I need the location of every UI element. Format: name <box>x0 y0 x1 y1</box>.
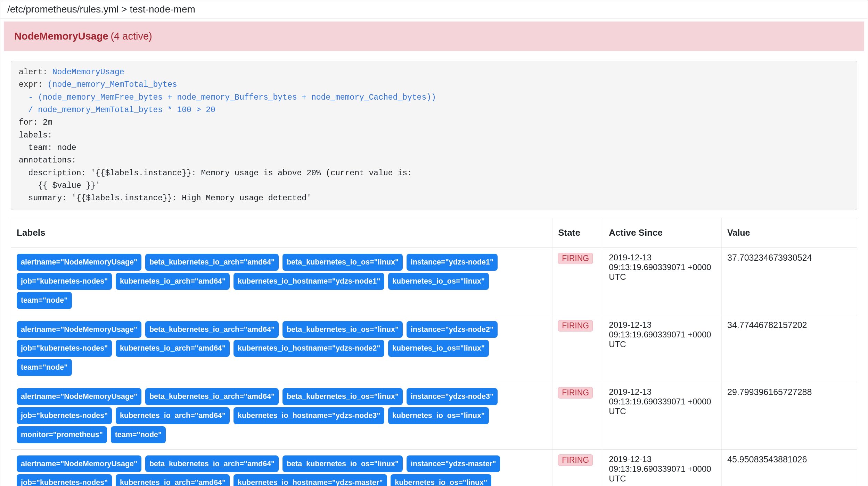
rule-for: for: 2m <box>19 118 52 127</box>
table-row: alertname="NodeMemoryUsage" beta_kuberne… <box>11 382 857 450</box>
label-pill[interactable]: monitor="prometheus" <box>17 426 107 443</box>
label-pill[interactable]: beta_kubernetes_io_arch="amd64" <box>145 254 279 271</box>
label-pill[interactable]: instance="ydzs-node1" <box>407 254 498 271</box>
label-pill[interactable]: kubernetes_io_arch="amd64" <box>116 474 230 486</box>
label-pill[interactable]: beta_kubernetes_io_os="linux" <box>282 254 403 271</box>
label-pill[interactable]: instance="ydzs-master" <box>407 455 500 472</box>
label-pill[interactable]: job="kubernetes-nodes" <box>17 407 112 424</box>
table-row: alertname="NodeMemoryUsage" beta_kuberne… <box>11 449 857 486</box>
label-pill[interactable]: kubernetes_io_os="linux" <box>388 273 489 290</box>
label-pill[interactable]: instance="ydzs-node2" <box>407 321 498 338</box>
label-pill[interactable]: beta_kubernetes_io_os="linux" <box>282 321 403 338</box>
label-pill[interactable]: kubernetes_io_hostname="ydzs-node2" <box>234 340 385 357</box>
labels-cell: alertname="NodeMemoryUsage" beta_kuberne… <box>11 449 552 486</box>
col-state: State <box>552 218 603 248</box>
label-pill[interactable]: kubernetes_io_arch="amd64" <box>116 407 230 424</box>
firing-badge: FIRING <box>558 253 593 264</box>
active-since-cell: 2019-12-13 09:13:19.690339071 +0000 UTC <box>603 382 722 450</box>
col-value: Value <box>722 218 857 248</box>
value-cell: 34.77446782157202 <box>722 315 857 382</box>
value-cell: 29.799396165727288 <box>722 382 857 450</box>
label-pill[interactable]: alertname="NodeMemoryUsage" <box>17 388 141 405</box>
rule-annotations-key: annotations: <box>19 156 76 165</box>
label-pill[interactable]: team="node" <box>17 292 72 309</box>
alerts-panel: /etc/prometheus/rules.yml > test-node-me… <box>0 0 868 486</box>
firing-badge: FIRING <box>558 454 593 466</box>
label-pill[interactable]: job="kubernetes-nodes" <box>17 474 112 486</box>
state-cell: FIRING <box>552 449 603 486</box>
label-pill[interactable]: beta_kubernetes_io_arch="amd64" <box>145 388 279 405</box>
col-since: Active Since <box>603 218 722 248</box>
state-cell: FIRING <box>552 382 603 450</box>
value-cell: 45.95083543881026 <box>722 449 857 486</box>
alert-header[interactable]: NodeMemoryUsage (4 active) <box>4 22 864 51</box>
rule-alert-key: alert: <box>19 68 52 77</box>
active-since-cell: 2019-12-13 09:13:19.690339071 +0000 UTC <box>603 315 722 382</box>
label-pill[interactable]: kubernetes_io_os="linux" <box>391 474 491 486</box>
label-pill[interactable]: alertname="NodeMemoryUsage" <box>17 321 141 338</box>
rule-expr-l2[interactable]: - (node_memory_MemFree_bytes + node_memo… <box>19 93 436 102</box>
alerts-table: Labels State Active Since Value alertnam… <box>11 218 857 486</box>
label-pill[interactable]: team="node" <box>111 426 166 443</box>
labels-cell: alertname="NodeMemoryUsage" beta_kuberne… <box>11 315 552 382</box>
alerts-table-wrap: Labels State Active Since Value alertnam… <box>11 218 857 486</box>
rule-ann-summary: summary: '{{$labels.instance}}: High Mem… <box>19 194 311 203</box>
label-pill[interactable]: job="kubernetes-nodes" <box>17 273 112 290</box>
label-pill[interactable]: beta_kubernetes_io_arch="amd64" <box>145 455 279 472</box>
label-pill[interactable]: instance="ydzs-node3" <box>407 388 498 405</box>
rule-definition: alert: NodeMemoryUsage expr: (node_memor… <box>11 61 857 210</box>
active-since-cell: 2019-12-13 09:13:19.690339071 +0000 UTC <box>603 248 722 315</box>
alert-name: NodeMemoryUsage <box>14 31 108 42</box>
breadcrumb-path[interactable]: /etc/prometheus/rules.yml <box>7 4 119 15</box>
label-pill[interactable]: alertname="NodeMemoryUsage" <box>17 455 141 472</box>
firing-badge: FIRING <box>558 387 593 399</box>
label-pill[interactable]: beta_kubernetes_io_arch="amd64" <box>145 321 279 338</box>
rule-ann-desc-1: description: '{{$labels.instance}}: Memo… <box>19 169 412 178</box>
table-row: alertname="NodeMemoryUsage" beta_kuberne… <box>11 315 857 382</box>
rule-alert-name[interactable]: NodeMemoryUsage <box>52 68 124 77</box>
rule-labels-key: labels: <box>19 131 52 140</box>
table-row: alertname="NodeMemoryUsage" beta_kuberne… <box>11 248 857 315</box>
rule-expr-l1[interactable]: (node_memory_MemTotal_bytes <box>48 80 177 89</box>
breadcrumb-group[interactable]: test-node-mem <box>130 4 195 15</box>
label-pill[interactable]: kubernetes_io_hostname="ydzs-node1" <box>234 273 385 290</box>
rule-expr-l3[interactable]: / node_memory_MemTotal_bytes * 100 > 20 <box>19 106 215 115</box>
state-cell: FIRING <box>552 248 603 315</box>
breadcrumb-sep: > <box>121 4 127 15</box>
rule-labels-team: team: node <box>19 143 76 152</box>
value-cell: 37.703234673930524 <box>722 248 857 315</box>
label-pill[interactable]: kubernetes_io_hostname="ydzs-node3" <box>234 407 385 424</box>
label-pill[interactable]: kubernetes_io_os="linux" <box>388 407 489 424</box>
active-since-cell: 2019-12-13 09:13:19.690339071 +0000 UTC <box>603 449 722 486</box>
label-pill[interactable]: team="node" <box>17 359 72 376</box>
col-labels: Labels <box>11 218 552 248</box>
alert-active-count: (4 active) <box>110 31 152 42</box>
state-cell: FIRING <box>552 315 603 382</box>
breadcrumb: /etc/prometheus/rules.yml > test-node-me… <box>0 0 868 19</box>
label-pill[interactable]: kubernetes_io_hostname="ydzs-master" <box>234 474 387 486</box>
labels-cell: alertname="NodeMemoryUsage" beta_kuberne… <box>11 248 552 315</box>
label-pill[interactable]: kubernetes_io_arch="amd64" <box>116 273 230 290</box>
firing-badge: FIRING <box>558 320 593 332</box>
label-pill[interactable]: beta_kubernetes_io_os="linux" <box>282 455 403 472</box>
label-pill[interactable]: kubernetes_io_os="linux" <box>388 340 489 357</box>
label-pill[interactable]: alertname="NodeMemoryUsage" <box>17 254 141 271</box>
labels-cell: alertname="NodeMemoryUsage" beta_kuberne… <box>11 382 552 450</box>
rule-ann-desc-2: {{ $value }}' <box>19 181 100 190</box>
rule-expr-key: expr: <box>19 80 48 89</box>
table-header-row: Labels State Active Since Value <box>11 218 857 248</box>
label-pill[interactable]: job="kubernetes-nodes" <box>17 340 112 357</box>
label-pill[interactable]: beta_kubernetes_io_os="linux" <box>282 388 403 405</box>
label-pill[interactable]: kubernetes_io_arch="amd64" <box>116 340 230 357</box>
